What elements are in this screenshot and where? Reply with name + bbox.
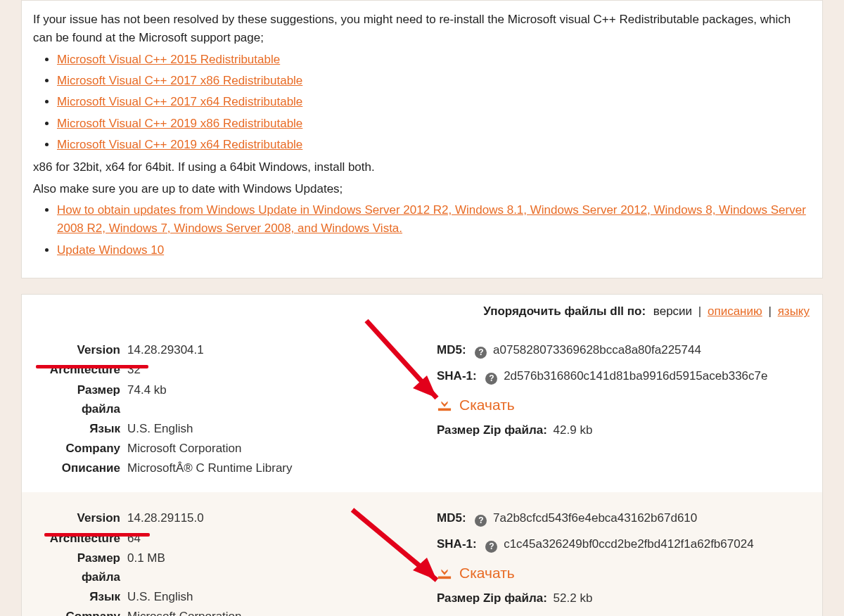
download-button[interactable]: Скачать [437, 397, 515, 413]
download-button[interactable]: Скачать [437, 565, 515, 582]
spec-val-filesize: 0.1 MB [127, 548, 416, 586]
spec-key-lang: Язык [36, 419, 127, 438]
download-label: Скачать [459, 397, 515, 413]
update-link[interactable]: Update Windows 10 [57, 243, 164, 257]
download-label: Скачать [459, 565, 515, 582]
sha1-label: SHA-1: [437, 537, 477, 551]
sha1-value: 2d576b316860c141d81ba9916d5915aceb336c7e [504, 369, 767, 383]
redist-link[interactable]: Microsoft Visual C++ 2017 x64 Redistribu… [57, 95, 302, 108]
redist-link-list: Microsoft Visual C++ 2015 Redistributabl… [33, 51, 811, 155]
md5-label: MD5: [437, 343, 466, 357]
md5-row: MD5: ? 7a2b8cfcd543f6e4ebca43162b67d610 [437, 508, 808, 529]
download-icon [437, 398, 452, 412]
file-specs: Version14.28.29304.1 Architecture32 Разм… [36, 340, 416, 478]
spec-key-company: Company [36, 439, 127, 458]
spec-val-filesize: 74.4 kb [127, 380, 416, 418]
spec-val-lang: U.S. English [127, 587, 416, 606]
annotation-underline [44, 533, 150, 537]
sha1-label: SHA-1: [437, 369, 477, 383]
help-icon[interactable]: ? [475, 347, 487, 359]
zip-size-label: Размер Zip файла: [437, 423, 547, 437]
redist-link[interactable]: Microsoft Visual C++ 2017 x86 Redistribu… [57, 74, 302, 87]
zip-size-value: 42.9 kb [554, 423, 593, 437]
spec-key-desc: Описание [36, 458, 127, 477]
intro-text: If your issue has not been resolved by t… [33, 11, 811, 48]
spec-key-lang: Язык [36, 587, 127, 606]
spec-val-arch: 32 [127, 360, 416, 379]
spec-val-company: Microsoft Corporation [127, 439, 416, 458]
spec-key-company: Company [36, 607, 127, 616]
redist-link[interactable]: Microsoft Visual C++ 2015 Redistributabl… [57, 53, 280, 66]
sort-bar: Упорядочить файлы dll по: версии | описа… [22, 295, 822, 324]
sha1-row: SHA-1: ? 2d576b316860c141d81ba9916d5915a… [437, 366, 808, 387]
files-card: Упорядочить файлы dll по: версии | описа… [21, 294, 823, 616]
spec-val-company: Microsoft Corporation [127, 607, 416, 616]
sha1-row: SHA-1: ? c1c45a326249bf0ccd2be2fbd412f1a… [437, 534, 808, 555]
sort-label: Упорядочить файлы dll по: [483, 304, 646, 318]
spec-key-arch: Architecture [36, 360, 127, 379]
update-link-list: How to obtain updates from Windows Updat… [33, 201, 811, 259]
sort-by-description[interactable]: описанию [708, 304, 762, 318]
svg-rect-3 [438, 577, 451, 579]
spec-key-version: Version [36, 340, 127, 359]
md5-value: a075828073369628bcca8a80fa225744 [493, 343, 701, 357]
md5-label: MD5: [437, 511, 466, 525]
spec-val-arch: 64 [127, 529, 416, 548]
download-icon [437, 566, 452, 580]
zip-size-label: Размер Zip файла: [437, 591, 547, 605]
sort-selected: версии [653, 304, 692, 318]
file-row: Version14.28.29304.1 Architecture32 Разм… [22, 324, 822, 492]
spec-key-version: Version [36, 508, 127, 527]
article-card: If your issue has not been resolved by t… [21, 0, 823, 278]
md5-row: MD5: ? a075828073369628bcca8a80fa225744 [437, 340, 808, 361]
spec-key-filesize: Размер файла [36, 380, 127, 418]
file-row: Version14.28.29115.0 Architecture64 Разм… [22, 492, 822, 616]
file-meta: MD5: ? 7a2b8cfcd543f6e4ebca43162b67d610 … [416, 508, 808, 616]
spec-val-version: 14.28.29304.1 [127, 340, 416, 359]
updates-note: Also make sure you are up to date with W… [33, 180, 811, 198]
help-icon[interactable]: ? [485, 541, 497, 553]
svg-rect-0 [438, 408, 451, 411]
spec-key-arch: Architecture [36, 529, 127, 548]
redist-link[interactable]: Microsoft Visual C++ 2019 x64 Redistribu… [57, 138, 302, 151]
bitness-note: x86 for 32bit, x64 for 64bit. If using a… [33, 158, 811, 177]
sort-by-language[interactable]: языку [778, 304, 810, 318]
zip-size-row: Размер Zip файла: 52.2 kb [437, 591, 808, 605]
spec-val-lang: U.S. English [127, 419, 416, 438]
file-meta: MD5: ? a075828073369628bcca8a80fa225744 … [416, 340, 808, 478]
sha1-value: c1c45a326249bf0ccd2be2fbd412f1a62fb67024 [504, 537, 753, 551]
spec-val-version: 14.28.29115.0 [127, 508, 416, 527]
md5-value: 7a2b8cfcd543f6e4ebca43162b67d610 [493, 511, 697, 525]
file-specs: Version14.28.29115.0 Architecture64 Разм… [36, 508, 416, 616]
article-body: If your issue has not been resolved by t… [22, 1, 822, 278]
spec-key-filesize: Размер файла [36, 548, 127, 586]
help-icon[interactable]: ? [475, 515, 487, 527]
spec-val-desc: MicrosoftÂ® C Runtime Library [127, 458, 416, 477]
update-link[interactable]: How to obtain updates from Windows Updat… [57, 203, 806, 235]
annotation-underline [36, 365, 148, 368]
redist-link[interactable]: Microsoft Visual C++ 2019 x86 Redistribu… [57, 117, 302, 130]
zip-size-value: 52.2 kb [554, 591, 593, 605]
help-icon[interactable]: ? [485, 373, 497, 385]
zip-size-row: Размер Zip файла: 42.9 kb [437, 423, 808, 437]
